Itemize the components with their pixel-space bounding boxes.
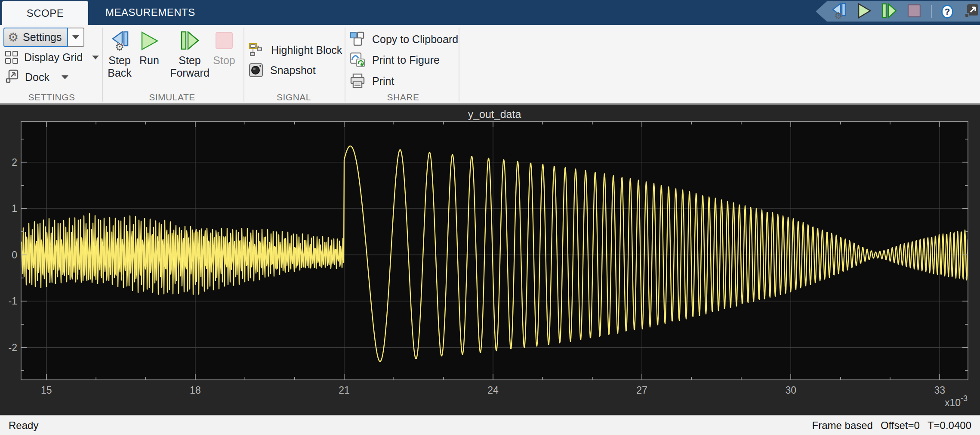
stop-button[interactable]: Stop [211,31,237,67]
status-bar: Ready Frame based Offset=0 T=0.0400 [0,415,980,435]
svg-text:y_out_data: y_out_data [468,108,521,120]
print-label: Print [372,75,394,87]
print-to-figure-button[interactable]: Print to Figure [350,52,440,68]
settings-button[interactable]: ⚙ Settings [3,28,68,47]
dock-label: Dock [25,71,49,84]
group-label-settings: SETTINGS [9,92,95,103]
tab-bar: SCOPE MEASUREMENTS ⚙ [0,0,980,25]
chevron-down-icon [72,35,79,39]
group-separator [345,28,345,102]
chevron-down-icon [62,75,68,79]
svg-text:⚙: ⚙ [835,11,843,19]
step-forward-label: Step Forward [169,54,210,79]
step-forward-button[interactable]: Step Forward [169,31,210,79]
display-grid-button[interactable]: Display Grid [5,51,99,64]
printer-icon [350,73,365,89]
stop-label: Stop [213,54,235,67]
gear-icon: ⚙ [8,31,18,44]
step-back-icon[interactable]: ⚙ [830,2,847,21]
undock-icon[interactable] [963,2,980,21]
svg-text:33: 33 [934,385,945,396]
toolbar-separator [931,5,932,18]
chevron-down-icon [92,56,99,59]
step-back-icon: ⚙ [109,31,130,51]
group-label-signal: SIGNAL [251,92,337,103]
dock-icon [5,69,19,85]
group-separator [243,28,244,102]
stop-icon[interactable] [907,3,921,20]
highlight-block-label: Highlight Block [271,44,342,56]
step-forward-icon [179,31,200,51]
group-separator [459,28,459,102]
quick-access-toolbar: ⚙ ? [816,1,980,22]
svg-text:27: 27 [636,385,647,396]
svg-text:⚙: ⚙ [115,41,124,51]
copy-to-clipboard-label: Copy to Clipboard [372,33,458,46]
grid-icon [5,51,18,64]
svg-text:-2: -2 [9,342,17,353]
stop-icon [215,31,234,51]
copy-to-clipboard-button[interactable]: Copy to Clipboard [350,31,458,47]
print-to-figure-label: Print to Figure [372,54,440,66]
svg-text:24: 24 [487,385,499,396]
print-to-figure-icon [350,52,365,68]
ribbon: ⚙ Settings Display Grid Dock SETTINGS [0,25,980,103]
svg-text:0: 0 [12,249,17,261]
dock-button[interactable]: Dock [5,69,68,85]
signal-status: Frame based Offset=0 T=0.0400 [812,419,971,432]
svg-text:1: 1 [12,203,17,214]
run-icon[interactable] [857,3,872,21]
settings-dropdown[interactable] [68,28,84,47]
frame-mode: Frame based [812,419,873,432]
time-value: T=0.0400 [928,419,971,432]
snapshot-icon [249,63,263,78]
svg-text:21: 21 [339,385,350,396]
step-back-label: Step Back [102,54,138,79]
run-button[interactable]: Run [134,31,164,67]
group-label-share: SHARE [360,92,446,103]
highlight-block-button[interactable]: Highlight Block [249,42,342,58]
svg-text:18: 18 [190,385,201,396]
scope-plot[interactable]: y_out_data15182124273033-2-1012x10-3 [0,105,980,415]
step-forward-icon[interactable] [881,3,897,21]
snapshot-label: Snapshot [270,64,316,77]
scope-display: y_out_data15182124273033-2-1012x10-3 [0,105,980,415]
group-label-simulate: SIMULATE [129,92,215,103]
step-back-button[interactable]: ⚙ Step Back [102,31,138,79]
svg-text:x10-3: x10-3 [945,394,968,408]
run-label: Run [139,54,159,67]
print-button[interactable]: Print [350,73,394,89]
scope-window: SCOPE MEASUREMENTS ⚙ [0,0,980,435]
copy-icon [350,31,365,47]
help-icon[interactable]: ? [941,5,953,19]
display-grid-label: Display Grid [24,51,83,64]
status-text: Ready [9,419,38,432]
svg-text:-1: -1 [9,295,17,307]
offset-value: Offset=0 [881,419,920,432]
highlight-block-icon [249,42,264,58]
tab-measurements[interactable]: MEASUREMENTS [97,0,204,25]
run-icon [139,31,159,51]
tab-scope[interactable]: SCOPE [2,1,88,25]
svg-text:2: 2 [12,157,17,168]
svg-text:15: 15 [41,385,52,396]
settings-label: Settings [23,31,62,44]
svg-text:30: 30 [785,385,796,396]
snapshot-button[interactable]: Snapshot [249,63,316,78]
